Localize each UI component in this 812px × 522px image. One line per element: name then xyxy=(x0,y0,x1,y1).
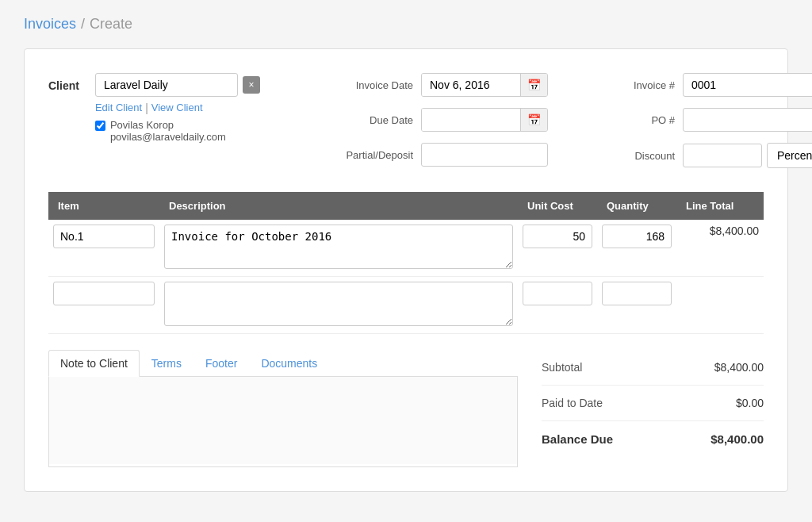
paid-row: Paid to Date $0.00 xyxy=(542,386,764,421)
col-header-description: Description xyxy=(159,192,518,220)
invoice-number-input[interactable] xyxy=(683,73,812,97)
po-label: PO # xyxy=(580,114,675,126)
row-1-description-input[interactable] xyxy=(164,282,513,326)
invoice-date-row: Invoice Date 📅 xyxy=(318,73,548,97)
row-0-line-total: $8,400.00 xyxy=(676,220,764,277)
client-links: Edit Client | View Client xyxy=(95,102,260,114)
due-date-input[interactable] xyxy=(422,109,520,131)
client-label: Client xyxy=(48,73,79,92)
discount-input[interactable] xyxy=(683,144,762,167)
table-header: Item Description Unit Cost Quantity Line… xyxy=(48,192,764,220)
due-date-label: Due Date xyxy=(318,114,413,126)
due-date-calendar-icon[interactable]: 📅 xyxy=(520,109,547,131)
date-field-group: Invoice Date 📅 Due Date 📅 Partial/Deposi… xyxy=(318,73,548,167)
view-client-link[interactable]: View Client xyxy=(151,102,203,114)
client-contact-name: Povilas Korop xyxy=(110,119,226,131)
col-header-unitcost: Unit Cost xyxy=(518,192,597,220)
col-header-item: Item xyxy=(48,192,159,220)
top-form-section: Client × Edit Client | View Client xyxy=(48,73,764,168)
invoice-date-calendar-icon[interactable]: 📅 xyxy=(520,74,547,96)
row-1-quantity-input[interactable] xyxy=(602,282,672,305)
table-row: Invoice for October 2016 $8,400.00 xyxy=(48,220,764,277)
invoice-number-row: Invoice # xyxy=(580,73,812,97)
discount-inputs: Percent Amount xyxy=(683,143,812,168)
discount-row: Discount Percent Amount xyxy=(580,143,812,168)
totals-section: Subtotal $8,400.00 Paid to Date $0.00 Ba… xyxy=(542,350,764,457)
subtotal-value: $8,400.00 xyxy=(714,361,764,374)
tab-footer[interactable]: Footer xyxy=(193,350,249,376)
number-field-group: Invoice # PO # Discount Percent Amount xyxy=(580,73,812,168)
bottom-section: Note to ClientTermsFooterDocuments Subto… xyxy=(48,350,764,467)
client-section: Client × Edit Client | View Client xyxy=(48,73,286,143)
client-input-group: × Edit Client | View Client Povilas Koro… xyxy=(95,73,260,143)
row-1-line-total xyxy=(676,277,764,334)
partial-deposit-input[interactable] xyxy=(421,143,548,167)
client-input[interactable] xyxy=(95,73,238,97)
row-1-unitcost-input[interactable] xyxy=(523,282,592,305)
row-0-unitcost-input[interactable] xyxy=(523,225,592,248)
invoice-date-label: Invoice Date xyxy=(318,79,413,91)
tab-terms[interactable]: Terms xyxy=(140,350,193,376)
tab-note-to-client[interactable]: Note to Client xyxy=(48,350,140,377)
edit-client-link[interactable]: Edit Client xyxy=(95,102,142,114)
discount-type-select[interactable]: Percent Amount xyxy=(767,143,812,168)
paid-value: $0.00 xyxy=(736,397,764,409)
invoice-date-wrap: 📅 xyxy=(421,73,548,97)
table-body: Invoice for October 2016 $8,400.00 xyxy=(48,220,764,334)
invoice-table: Item Description Unit Cost Quantity Line… xyxy=(48,192,764,334)
client-links-separator: | xyxy=(145,102,148,114)
subtotal-label: Subtotal xyxy=(542,361,582,374)
table-row xyxy=(48,277,764,334)
client-input-row: × xyxy=(95,73,260,97)
col-header-quantity: Quantity xyxy=(597,192,676,220)
discount-label: Discount xyxy=(580,150,675,162)
tab-content xyxy=(48,377,518,467)
tabs: Note to ClientTermsFooterDocuments xyxy=(48,350,518,377)
notes-section: Note to ClientTermsFooterDocuments xyxy=(48,350,518,467)
row-1-item-input[interactable] xyxy=(53,282,155,305)
breadcrumb-current: Create xyxy=(90,16,132,33)
paid-label: Paid to Date xyxy=(542,397,603,409)
client-contact-checkbox[interactable] xyxy=(95,121,105,131)
note-textarea[interactable] xyxy=(49,377,517,464)
tab-documents[interactable]: Documents xyxy=(249,350,329,376)
partial-deposit-label: Partial/Deposit xyxy=(318,149,413,161)
due-date-wrap: 📅 xyxy=(421,108,548,132)
invoice-date-input[interactable] xyxy=(422,74,520,96)
subtotal-row: Subtotal $8,400.00 xyxy=(542,350,764,386)
main-card: Client × Edit Client | View Client xyxy=(24,48,788,492)
row-0-description-input[interactable]: Invoice for October 2016 xyxy=(164,225,513,269)
client-contact-info: Povilas Korop povilas@laraveldaily.com xyxy=(110,119,226,143)
balance-value: $8,400.00 xyxy=(710,432,764,446)
balance-label: Balance Due xyxy=(542,432,613,446)
client-clear-button[interactable]: × xyxy=(243,76,260,94)
due-date-row: Due Date 📅 xyxy=(318,108,548,132)
breadcrumb-separator: / xyxy=(81,16,85,33)
row-0-item-input[interactable] xyxy=(53,225,155,248)
col-header-linetotal: Line Total xyxy=(676,192,764,220)
invoice-number-label: Invoice # xyxy=(580,79,675,91)
partial-deposit-row: Partial/Deposit xyxy=(318,143,548,167)
breadcrumb: Invoices / Create xyxy=(24,16,788,33)
po-row: PO # xyxy=(580,108,812,132)
row-0-quantity-input[interactable] xyxy=(602,225,672,248)
client-contact-email: povilas@laraveldaily.com xyxy=(110,131,226,143)
balance-row: Balance Due $8,400.00 xyxy=(542,421,764,457)
po-input[interactable] xyxy=(683,108,812,132)
breadcrumb-invoices-link[interactable]: Invoices xyxy=(24,16,76,33)
client-contact: Povilas Korop povilas@laraveldaily.com xyxy=(95,119,260,143)
